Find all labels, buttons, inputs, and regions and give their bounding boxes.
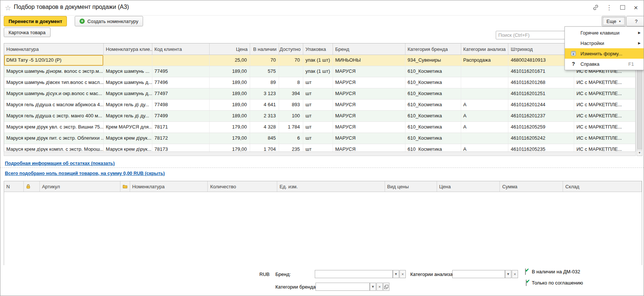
help-button[interactable]: ? bbox=[626, 16, 644, 26]
table-cell[interactable]: МАРУСЯ bbox=[333, 77, 405, 88]
brand-category-open-icon[interactable] bbox=[383, 283, 389, 291]
table-cell[interactable]: ИС с МАРКЕТПЛЕ... bbox=[574, 88, 635, 99]
column-header[interactable]: Категории анализа bbox=[461, 43, 509, 55]
table-cell[interactable]: 610_Косметика bbox=[405, 66, 461, 77]
table-row[interactable]: Маруся крем д\рук увл. с экстр. Вишни 75… bbox=[4, 122, 635, 133]
table-cell[interactable]: шт bbox=[303, 100, 333, 110]
table-row[interactable]: Маруся крем д\рук пит. с экстр. Облепихи… bbox=[4, 133, 635, 144]
menu-item-edit-form[interactable]: Изменить форму... bbox=[565, 48, 644, 59]
column-header[interactable]: Ед. изм. bbox=[277, 181, 385, 192]
table-cell[interactable]: ИС с МАРКЕТПЛЕ... bbox=[574, 133, 635, 144]
table-row[interactable]: Маруся гель д\душа с маслом абрикоса 4..… bbox=[4, 100, 635, 111]
table-cell[interactable]: 610_Косметика bbox=[405, 88, 461, 99]
column-header[interactable]: Цена bbox=[437, 181, 500, 192]
table-cell[interactable]: Маруся крем д\рук... bbox=[104, 133, 152, 144]
checkbox-in-stock[interactable]: ✔ bbox=[525, 269, 526, 275]
column-header[interactable]: В наличии bbox=[250, 43, 279, 55]
column-header[interactable]: Количество bbox=[208, 181, 277, 192]
column-header[interactable]: Категория бренда bbox=[405, 43, 461, 55]
folder-icon[interactable] bbox=[120, 181, 130, 192]
column-header[interactable]: Номенклатура bbox=[130, 181, 208, 192]
table-cell[interactable]: ИС с МАРКЕТПЛЕ... bbox=[574, 122, 635, 133]
column-header[interactable]: Доступно bbox=[279, 43, 303, 55]
table-cell[interactable]: Маруся гель д\душа с экстр. манго 400 м.… bbox=[4, 111, 104, 121]
table-cell[interactable] bbox=[104, 55, 152, 66]
table-cell[interactable]: 70 bbox=[250, 55, 279, 66]
table-cell[interactable]: 934_Сувениры bbox=[405, 55, 461, 66]
h-scrollbar[interactable] bbox=[4, 152, 636, 156]
table-cell[interactable]: А bbox=[461, 100, 509, 110]
stock-info-link[interactable]: Подробная информация об остатках (показа… bbox=[5, 161, 115, 166]
table-cell[interactable]: Маруся шампунь д\всех тип.волос с масл..… bbox=[4, 77, 104, 88]
table-row[interactable]: Маруся шампунь д\норм. волос с экстр.м..… bbox=[4, 66, 635, 77]
brand-category-clear-button[interactable]: × bbox=[376, 283, 383, 291]
kebab-menu-icon[interactable]: ⋮ bbox=[605, 3, 613, 12]
table-cell[interactable]: 6 bbox=[279, 133, 303, 144]
table-cell[interactable]: МАРУСЯ bbox=[333, 100, 405, 110]
table-cell[interactable]: МАРУСЯ bbox=[333, 66, 405, 77]
table-cell[interactable]: 1 784 bbox=[279, 122, 303, 133]
table-row[interactable]: Маруся гель д\душа с экстр. манго 400 м.… bbox=[4, 111, 635, 122]
column-header[interactable]: Цена bbox=[210, 43, 250, 55]
checkbox-agreement[interactable]: ✔ bbox=[526, 280, 527, 286]
table-cell[interactable]: 78172 bbox=[152, 133, 210, 144]
table-cell[interactable]: 189,00 bbox=[210, 66, 250, 77]
table-cell[interactable]: упак (1 шт) bbox=[303, 66, 333, 77]
table-cell[interactable]: упак (1 шт) bbox=[303, 55, 333, 66]
table-cell[interactable] bbox=[461, 88, 509, 99]
table-row[interactable]: DM3 Тату -5 1/20/120 (Р)25,007070упак (1… bbox=[4, 55, 635, 66]
column-header[interactable]: Склад bbox=[563, 181, 642, 192]
table-cell[interactable]: 845 bbox=[250, 133, 279, 144]
table-cell[interactable]: 4610116201244 bbox=[508, 100, 574, 110]
table-cell[interactable]: 610_Косметика bbox=[405, 100, 461, 110]
table-cell[interactable]: Маруся шампунь д\норм. волос с экстр.м..… bbox=[4, 66, 104, 77]
table-cell[interactable]: 3 123 bbox=[250, 88, 279, 99]
table-cell[interactable]: 610_Косметика bbox=[405, 77, 461, 88]
table-cell[interactable]: 4 328 bbox=[250, 122, 279, 133]
brand-dropdown-button[interactable]: ▼ bbox=[393, 270, 399, 278]
table-cell[interactable]: МАРУСЯ bbox=[333, 133, 405, 144]
table-cell[interactable]: 25,00 bbox=[210, 55, 250, 66]
table-cell[interactable]: 8 bbox=[279, 77, 303, 88]
maximize-icon[interactable] bbox=[618, 3, 627, 12]
table-cell[interactable]: 610_Косметика bbox=[405, 122, 461, 133]
table-cell[interactable]: 4 641 bbox=[250, 100, 279, 110]
analysis-clear-button[interactable]: × bbox=[512, 270, 518, 278]
table-cell[interactable]: 189,00 bbox=[210, 77, 250, 88]
table-cell[interactable]: шт bbox=[303, 122, 333, 133]
table-cell[interactable]: шт bbox=[303, 111, 333, 121]
table-cell[interactable]: ИС с МАРКЕТПЛЕ... bbox=[574, 100, 635, 110]
table-cell[interactable]: 77498 bbox=[152, 100, 210, 110]
create-item-button[interactable]: + Создать номенклатуру bbox=[75, 16, 143, 26]
column-header[interactable]: Номенклатура bbox=[4, 43, 104, 55]
menu-item-hotkeys[interactable]: Горячие клавиши ▶ bbox=[565, 27, 644, 38]
table-row[interactable]: Маруся шампунь д\всех тип.волос с масл..… bbox=[4, 77, 635, 88]
table-row[interactable]: Маруся шампунь д\сух.и окр.волос с мас..… bbox=[4, 88, 635, 100]
column-header[interactable]: Сумма bbox=[500, 181, 563, 192]
product-card-button[interactable]: Карточка товара bbox=[4, 27, 51, 37]
table-cell[interactable]: 4610116201268 bbox=[508, 77, 574, 88]
table-cell[interactable]: Крем МАРУСЯ для... bbox=[104, 122, 152, 133]
table-cell[interactable]: Маруся шампунь д... bbox=[104, 88, 152, 99]
table-cell[interactable]: Маруся шампунь д\сух.и окр.волос с мас..… bbox=[4, 88, 104, 99]
table-cell[interactable]: Маруся шампунь ... bbox=[104, 66, 152, 77]
total-link[interactable]: Всего подобрано ноль позиций товаров, на… bbox=[5, 171, 165, 176]
column-header[interactable]: Артикул bbox=[40, 181, 120, 192]
table-cell[interactable]: 89 bbox=[250, 77, 279, 88]
table-cell[interactable]: 610_Косметика bbox=[405, 111, 461, 121]
table-cell[interactable]: 77495 bbox=[152, 66, 210, 77]
column-header[interactable]: Вид цены bbox=[385, 181, 437, 192]
column-header[interactable]: N bbox=[4, 181, 24, 192]
table-cell[interactable] bbox=[461, 133, 509, 144]
get-link-icon[interactable] bbox=[592, 3, 600, 12]
table-cell[interactable]: МИНЬОНЫ bbox=[333, 55, 405, 66]
table-cell[interactable]: Маруся крем д\рук увл. с экстр. Вишни 75… bbox=[4, 122, 104, 133]
close-icon[interactable]: × bbox=[632, 3, 640, 12]
table-cell[interactable]: 77497 bbox=[152, 88, 210, 99]
table-cell[interactable] bbox=[461, 66, 509, 77]
table-cell[interactable]: МАРУСЯ bbox=[333, 88, 405, 99]
scroll-down-arrow-icon[interactable]: ▼ bbox=[637, 150, 642, 156]
table-cell[interactable] bbox=[461, 77, 509, 88]
table-cell[interactable]: 70 bbox=[279, 55, 303, 66]
table-cell[interactable]: шт bbox=[303, 77, 333, 88]
